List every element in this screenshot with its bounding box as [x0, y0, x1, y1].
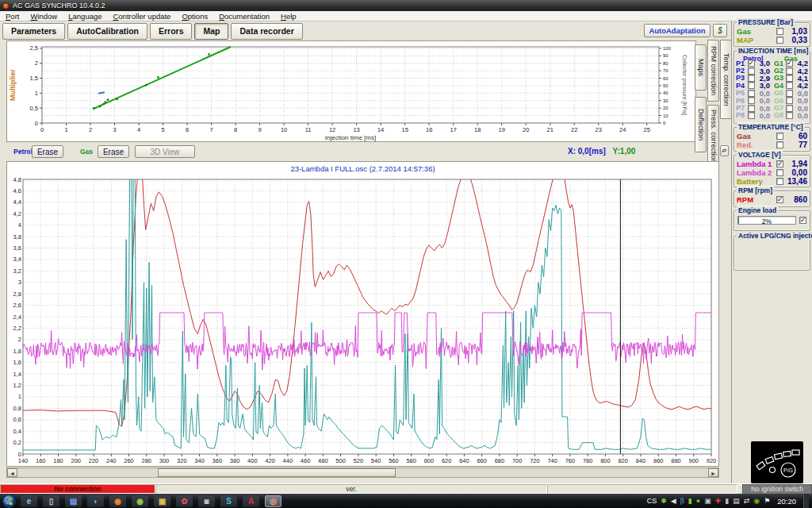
oscilloscope-chart[interactable]: 23-Lambda I FULL.osc (2.7.2014 14:57:36)… — [6, 161, 719, 467]
map-tab-rpm-correction[interactable]: RPM correction — [707, 40, 719, 102]
menu-item-documentation[interactable]: Documentation — [213, 12, 275, 21]
start-button[interactable] — [2, 495, 16, 508]
calibration-chart[interactable]: 00,511,522,50123456789101112131415161718… — [6, 40, 696, 142]
tray-volume-icon[interactable]: ◀ — [671, 498, 676, 505]
svg-text:420: 420 — [265, 457, 275, 464]
taskbar-ac-gas-synchro-icon[interactable]: ◎ — [265, 495, 282, 507]
group-title: TEMPERATURE [°C] — [737, 123, 805, 131]
tray-gpu-icon[interactable]: ◉ — [753, 498, 760, 505]
title-bar[interactable]: AC GAS SYNCHRO 10.4.0.2 — [0, 0, 812, 11]
row-checkbox[interactable] — [776, 178, 783, 185]
petrol-injector-checkbox[interactable] — [748, 90, 755, 97]
engine-load-bar: 2% — [737, 216, 796, 225]
map-tab-press-correction[interactable]: Press. correction — [707, 105, 719, 168]
svg-text:3: 3 — [18, 279, 21, 286]
taskbar-snipping-tool-icon[interactable]: ◙ — [198, 495, 215, 507]
scrollbar-thumb[interactable] — [158, 468, 396, 477]
taskbar-photo-viewer-icon[interactable]: ▣ — [154, 495, 170, 507]
view-3d-button[interactable]: 3D View — [135, 145, 195, 158]
svg-text:1: 1 — [64, 126, 67, 133]
scroll-right-icon[interactable]: ► — [708, 468, 718, 477]
row-checkbox[interactable] — [776, 28, 783, 35]
row-checkbox[interactable] — [776, 37, 783, 44]
svg-text:700: 700 — [512, 457, 523, 464]
taskbar-internet-explorer-icon[interactable]: e — [21, 495, 37, 507]
panel-toggle-button[interactable]: ⇄ — [720, 145, 729, 156]
tray-leaf-icon[interactable]: ● — [696, 498, 700, 505]
tray-document-icon[interactable]: ▤ — [733, 498, 740, 505]
menu-item-port[interactable]: Port — [0, 12, 25, 21]
taskbar-clock[interactable]: 20:20 — [777, 497, 796, 506]
gas-injector-checkbox[interactable] — [786, 105, 793, 112]
fuel-price-icon[interactable]: $ — [713, 24, 727, 37]
svg-text:13: 13 — [353, 126, 359, 133]
svg-text:240: 240 — [106, 457, 117, 464]
gas-injector-checkbox[interactable] — [786, 75, 793, 82]
tab-errors[interactable]: Errors — [150, 23, 193, 40]
taskbar-device-manager-icon[interactable]: ▯ — [43, 495, 59, 507]
row-checkbox[interactable] — [776, 160, 783, 167]
menu-item-options[interactable]: Options — [176, 12, 213, 21]
petrol-injector-checkbox[interactable] — [748, 60, 755, 67]
erase-petrol-button[interactable]: Erase — [32, 145, 63, 158]
show-desktop-button[interactable] — [803, 494, 809, 508]
map-tab-deflection[interactable]: Deflection — [695, 97, 707, 152]
row-battery: Battery13,46 — [734, 177, 810, 186]
tray-bluetooth-icon[interactable]: β — [680, 498, 684, 505]
petrol-injector-checkbox[interactable] — [748, 97, 755, 104]
taskbar-messenger-icon[interactable]: ◗ — [87, 495, 104, 507]
taskbar-skype-icon[interactable]: S — [220, 495, 237, 507]
engine-load-checkbox[interactable] — [799, 217, 806, 224]
gas-injector-checkbox[interactable] — [786, 67, 793, 75]
tab-data-recorder[interactable]: Data recorder — [231, 23, 302, 40]
gas-injector-checkbox[interactable] — [786, 60, 793, 67]
menu-item-help[interactable]: Help — [275, 12, 302, 21]
gas-injector-checkbox[interactable] — [786, 97, 793, 104]
taskbar-file-manager-icon[interactable]: ▤ — [65, 495, 82, 507]
tray-signal-icon[interactable]: ▮ — [688, 498, 692, 505]
tray-health-icon[interactable]: ✚ — [715, 498, 722, 505]
group-title: RPM [rpm] — [737, 187, 774, 194]
chart-scrollbar[interactable]: ◄ ► — [6, 468, 719, 478]
taskbar-chrome-icon[interactable]: ◉ — [132, 495, 148, 507]
tab-parameters[interactable]: Parameters — [2, 23, 65, 40]
tray-antivirus-icon[interactable]: ✱ — [661, 498, 667, 505]
autoadaptation-button[interactable]: AutoAdaptation — [644, 24, 710, 37]
tab-autocalibration[interactable]: AutoCalibration — [67, 23, 147, 40]
petrol-injector-checkbox[interactable] — [748, 82, 755, 89]
menu-item-controller-update[interactable]: Controller update — [108, 12, 177, 21]
tray-flag-icon[interactable]: ⚑ — [764, 498, 770, 505]
row-value: 77 — [783, 140, 807, 149]
row-checkbox[interactable] — [776, 196, 783, 203]
scroll-left-icon[interactable]: ◄ — [7, 468, 17, 477]
svg-text:540: 540 — [371, 457, 381, 464]
petrol-injector-checkbox[interactable] — [748, 67, 755, 75]
svg-text:2: 2 — [35, 60, 38, 67]
row-checkbox[interactable] — [776, 169, 783, 176]
row-checkbox[interactable] — [776, 133, 783, 140]
gas-injector-checkbox[interactable] — [786, 112, 793, 119]
svg-text:17: 17 — [450, 126, 456, 133]
petrol-injector-checkbox[interactable] — [748, 105, 755, 112]
gas-injector-checkbox[interactable] — [786, 90, 793, 97]
tray-sync-icon[interactable]: ⇄ — [744, 498, 750, 505]
menu-item-language[interactable]: Language — [63, 12, 107, 21]
tray-display-icon[interactable]: ▣ — [704, 498, 711, 505]
injector-row-p8: P80,0G80,0 — [734, 112, 810, 119]
row-value: 1,94 — [783, 160, 807, 168]
taskbar-pdf-reader-icon[interactable]: A — [243, 495, 259, 507]
language-indicator[interactable]: CS — [647, 497, 657, 505]
map-tab-temp-correction[interactable]: Temp. correction — [720, 40, 732, 119]
map-tab-maps[interactable]: Maps — [695, 44, 707, 90]
menu-item-window[interactable]: Window — [25, 12, 63, 21]
erase-gas-button[interactable]: Erase — [98, 145, 129, 158]
tray-battery-icon[interactable]: ▮ — [725, 498, 729, 505]
petrol-injector-checkbox[interactable] — [748, 112, 755, 119]
row-gas: Gas60 — [734, 132, 810, 140]
gas-injector-checkbox[interactable] — [786, 82, 793, 89]
row-checkbox[interactable] — [776, 141, 783, 148]
taskbar-media-player-icon[interactable]: ✿ — [176, 495, 193, 507]
taskbar-firefox-icon[interactable]: ◉ — [109, 495, 126, 507]
petrol-injector-checkbox[interactable] — [748, 75, 755, 82]
tab-map[interactable]: Map — [194, 23, 228, 40]
